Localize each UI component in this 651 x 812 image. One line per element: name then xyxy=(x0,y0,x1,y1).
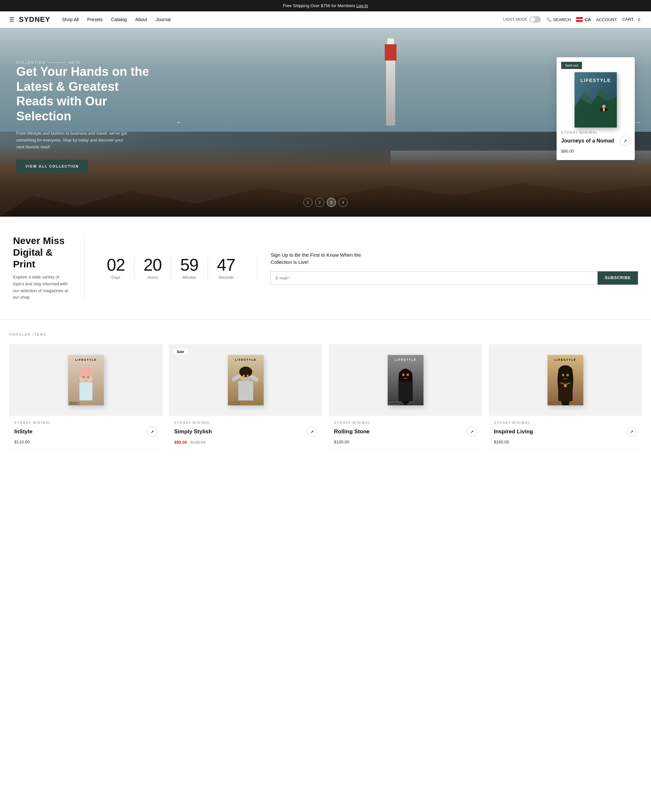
svg-point-9 xyxy=(79,367,93,379)
hero-dot-1[interactable]: 1 xyxy=(303,198,312,207)
product-info-3: SYDNAY MINIMAL Rolling Stone ↗ $100.00 xyxy=(329,416,482,450)
product-card-4: LIFESTYLE xyxy=(489,344,642,450)
light-mode-label: LIGHT MODE xyxy=(503,17,527,22)
hero-product-name: Journeys of a Nomad xyxy=(561,138,614,144)
product-name-row-4: Inspired Living ↗ xyxy=(494,426,637,437)
product-arrow-btn-2[interactable]: ↗ xyxy=(307,426,317,437)
cart-link[interactable]: CART 0 xyxy=(622,17,642,23)
countdown-title: Never Miss Digital & Print xyxy=(13,235,71,270)
nav-right: LIGHT MODE 🔍 SEARCH CA ACCOUNT CART 0 xyxy=(503,16,642,23)
nav-link-journal[interactable]: Journal xyxy=(156,17,171,22)
nav-link-shop-all[interactable]: Shop All xyxy=(62,17,78,22)
navbar: ☰ SYDNEY Shop All Presets Catalog About … xyxy=(0,11,651,28)
product-brand-1: SYDNAY MINIMAL xyxy=(14,421,157,424)
subscribe-form: SUBSCRIBE xyxy=(270,271,638,285)
product-name-4: Inspired Living xyxy=(494,429,533,435)
hero-cta-button[interactable]: VIEW ALL COLLECTION xyxy=(16,160,88,173)
subscribe-title: Sign Up to Be the First to Know When the… xyxy=(270,252,362,266)
svg-point-43 xyxy=(562,374,564,376)
magazine-cover-2: LIFESTYLE xyxy=(228,355,264,405)
product-name-row-3: Rolling Stone ↗ xyxy=(334,426,477,437)
countdown-timer: 02 Days 20 Hours 59 Minutes 47 Seconds xyxy=(85,256,257,280)
original-price-2: $130.00 xyxy=(190,440,206,445)
countdown-minutes: 59 Minutes xyxy=(171,256,208,280)
region-selector[interactable]: CA xyxy=(576,17,591,22)
product-name-row-2: Simply Stylish ↗ xyxy=(174,426,317,437)
toggle-switch[interactable] xyxy=(529,16,541,23)
product-arrow-btn-1[interactable]: ↗ xyxy=(147,426,157,437)
lighthouse-top xyxy=(385,44,396,61)
subscribe-button[interactable]: SUBSCRIBE xyxy=(598,271,638,285)
hours-value: 20 xyxy=(144,256,162,273)
product-card-2: Sale LIFESTYLE xyxy=(169,344,322,450)
product-name-3: Rolling Stone xyxy=(334,429,370,435)
product-image-3: LIFESTYLE xyxy=(329,344,482,416)
lighthouse-light xyxy=(387,38,394,44)
product-magazine-4: LIFESTYLE xyxy=(547,355,583,405)
hero-product-arrow-button[interactable]: ↗ xyxy=(620,136,630,146)
product-price-2: $99.00 $130.00 xyxy=(174,440,317,445)
search-button[interactable]: 🔍 SEARCH xyxy=(546,17,571,22)
hero-section: COLLECTION AW'22 Get Your Hands on the L… xyxy=(0,28,651,217)
product-magazine-3: LIFESTYLE xyxy=(388,355,423,405)
hero-dot-3[interactable]: 3 xyxy=(327,198,336,207)
svg-rect-8 xyxy=(79,383,92,400)
svg-text:LIFESTYLE: LIFESTYLE xyxy=(235,358,257,362)
svg-text:LIFESTYLE: LIFESTYLE xyxy=(554,358,576,362)
magazine-cover-3: LIFESTYLE xyxy=(388,355,423,405)
hero-text: COLLECTION AW'22 Get Your Hands on the L… xyxy=(16,61,153,173)
hero-description: From lifestyle and fashion to business a… xyxy=(16,130,127,150)
sold-out-badge: Sold out xyxy=(561,62,582,69)
product-card-1: LIFESTYLE xyxy=(9,344,162,450)
email-input[interactable] xyxy=(270,271,598,285)
days-label: Days xyxy=(107,275,125,280)
hamburger-icon[interactable]: ☰ xyxy=(9,16,14,23)
svg-point-26 xyxy=(239,366,252,377)
product-brand-3: SYDNAY MINIMAL xyxy=(334,421,477,424)
nav-link-presets[interactable]: Presets xyxy=(87,17,102,22)
flag-icon xyxy=(576,17,583,22)
product-magazine-1: LIFESTYLE xyxy=(68,355,104,405)
seconds-label: Seconds xyxy=(217,275,235,280)
nav-link-catalog[interactable]: Catalog xyxy=(111,17,127,22)
countdown-hours: 20 Hours xyxy=(134,256,171,280)
svg-point-27 xyxy=(243,374,245,377)
hero-product-name-row: Journeys of a Nomad ↗ xyxy=(556,136,635,146)
svg-rect-33 xyxy=(399,382,413,401)
product-name-2: Simply Stylish xyxy=(174,429,212,435)
product-price-3: $100.00 xyxy=(334,440,477,444)
magazine-cover-1: LIFESTYLE xyxy=(68,355,104,405)
products-grid: LIFESTYLE xyxy=(9,344,642,450)
product-magazine-2: LIFESTYLE xyxy=(228,355,264,405)
collection-year: AW'22 xyxy=(68,61,80,64)
product-price-4: $160.00 xyxy=(494,440,637,444)
nav-link-about[interactable]: About xyxy=(135,17,147,22)
countdown-description: Explore a wide variety of topics and sta… xyxy=(13,274,71,301)
account-link[interactable]: ACCOUNT xyxy=(596,17,617,22)
search-icon: 🔍 xyxy=(546,17,552,22)
collection-label: COLLECTION AW'22 xyxy=(16,61,153,64)
product-arrow-btn-3[interactable]: ↗ xyxy=(466,426,477,437)
magazine-cover-4: LIFESTYLE xyxy=(547,355,583,405)
product-price-1: $110.00 xyxy=(14,440,157,444)
svg-point-44 xyxy=(566,374,568,376)
product-brand-2: SYDNAY MINIMAL xyxy=(174,421,317,424)
light-mode-toggle[interactable]: LIGHT MODE xyxy=(503,16,541,23)
hero-arrow-right[interactable]: → xyxy=(634,118,641,127)
hero-dot-4[interactable]: 4 xyxy=(339,198,348,207)
svg-point-10 xyxy=(83,376,85,379)
site-logo[interactable]: SYDNEY xyxy=(19,15,50,24)
hero-dot-2[interactable]: 2 xyxy=(315,198,324,207)
product-info-4: SYDNAY MINIMAL Inspired Living ↗ $160.00 xyxy=(489,416,642,450)
popular-label: POPULAR ITEMS xyxy=(9,333,642,336)
product-name-1: InStyle xyxy=(14,429,32,435)
product-arrow-btn-4[interactable]: ↗ xyxy=(626,426,637,437)
banner-login-link[interactable]: Log In xyxy=(356,3,368,8)
hero-product-brand: SYDNAY MINIMAL xyxy=(556,131,635,134)
sale-tag-2: Sale xyxy=(174,349,188,355)
hours-label: Hours xyxy=(144,275,162,280)
banner-text: Free Shipping Over $756 for Members xyxy=(283,3,356,8)
svg-point-35 xyxy=(406,374,409,376)
hero-arrow-left[interactable]: ← xyxy=(176,118,183,127)
svg-point-11 xyxy=(87,376,89,379)
